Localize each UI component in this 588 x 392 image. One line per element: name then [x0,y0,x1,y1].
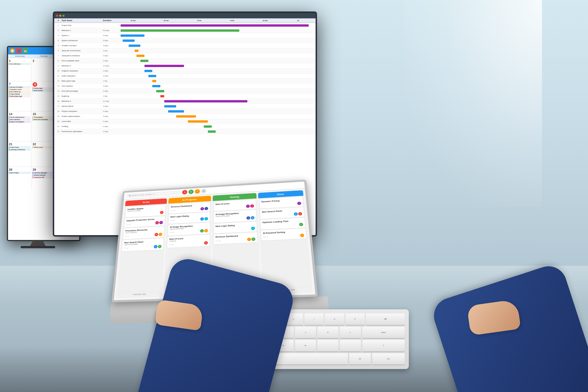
todo-add-task[interactable]: + Add New Task [117,291,161,297]
cal-event: Client Lunch [32,146,54,148]
gantt-row-10[interactable]: 10Graphics subsystem2 days [54,68,316,74]
card-promotion[interactable]: Promotion Discounts View Subtasks 31 Jul… [123,226,164,239]
gantt-bar-area [117,39,315,42]
key-i[interactable]: I [304,314,324,326]
card-revenue-t[interactable]: Revenue Dashboard 31 Jan T U [214,232,257,244]
card-ai-recognition-ip[interactable]: AI Image Recognition Approved Budget 16 … [168,222,210,236]
gantt-row-12[interactable]: 12Basic game logic1 day [54,78,316,84]
key-comma[interactable]: , [317,340,338,352]
key-p[interactable]: P [346,314,365,326]
cal-day-22[interactable]: 22 Client Lunch [32,142,55,167]
gantt-row-7[interactable]: 7Subsystems interfaces2 days [54,53,316,58]
card-login-dialog-t[interactable]: New Login Dialog S [214,222,257,233]
gantt-row-20[interactable]: 20Level editor5 days [54,119,316,124]
gantt-row-9[interactable]: 9Milestone 210 days [54,64,316,68]
avatar: K [204,217,208,220]
avatar-icon-2[interactable]: B [188,190,194,194]
gantt-row-2[interactable]: 2Milestone 165 days [54,28,316,33]
gantt-row-num: 11 [55,75,62,77]
card-dynamic-pricing[interactable]: Dynamic Pricing V [260,197,303,208]
gantt-row-3[interactable]: 3System 19 days [54,33,316,38]
gantt-row-13[interactable]: 13User interface2 days [54,84,316,89]
gantt-row-21[interactable]: 21Profiling2 days [54,124,316,129]
gantt-row-6[interactable]: 6Setup dev environment1 day [54,48,316,53]
gantt-row-18[interactable]: 18Physics subsystem4 days [54,109,316,114]
card-installer-update[interactable]: Installer Update Approved Budget A [125,205,166,218]
card-ui-icons-ip[interactable]: New UI Icons Ongoing 31 Jan N [167,235,210,248]
gantt-row-22[interactable]: 22Performance optimization2 days [54,129,316,134]
gantt-row-duration: 2 days [103,85,117,87]
card-loading-time[interactable]: Optimize Loading Time Y [260,218,305,230]
key-k[interactable]: K [317,327,338,339]
card-ui-icons-t[interactable]: New UI Icons O P [214,200,256,211]
gantt-row-17[interactable]: 17Special effects3 days [54,104,316,109]
gantt-row-14[interactable]: 14First client prototype2 days [54,89,316,94]
card-footer: 31 Jan B C [126,221,163,226]
cal-monitor-base [21,246,55,248]
cal-day-15[interactable]: 15 Presentation New QA Lead Meet [32,112,55,141]
gantt-row-16[interactable]: 16Milestone 321 days [54,99,316,104]
clear-search-icon[interactable]: ✕ [152,193,154,195]
card-search-panel-done[interactable]: New Search Panel W X [260,207,304,219]
cal-event: New Project [9,172,30,174]
key-bksp[interactable]: ⌫ [366,314,405,326]
card-ai-recognition-t[interactable]: AI Image Recognition Approved Budget Q R [214,210,256,223]
card-upgrade-server[interactable]: Upgrade Production Server 31 Jan B C [124,216,165,228]
gantt-row-num: 13 [55,85,62,87]
card-ai-keyword[interactable]: AI Keyword Sorting 30 Jul Z [261,228,306,241]
cal-day-2[interactable]: 2 [32,58,55,81]
gantt-bar [144,65,184,67]
cal-day-29[interactable]: 29 Interview Manager Weekly Meeting Outs… [32,167,55,190]
gantt-row-15[interactable]: 15Bugfixing1 day [54,94,316,99]
card-date: 31 Jan [126,224,131,225]
gantt-bar-area [117,29,315,32]
key-o[interactable]: O [325,314,344,326]
kanban-col-todo: To Do Installer Update Approved Budget A [116,198,167,298]
cal-day-1[interactable]: 1 New Milestone [8,58,32,81]
avatar: C [159,221,163,224]
gantt-row-5[interactable]: 5Creation of project3 days [54,43,316,48]
gantt-row-4[interactable]: 4System architecture3 days [54,38,316,43]
cal-day-21[interactable]: 21 Order Prints Learning Conference [8,142,32,167]
avatar: J [200,217,204,221]
gantt-row-num: 7 [55,55,62,57]
avatar: A [160,211,164,214]
day-wed: Wednesday [8,54,32,58]
key-m[interactable]: M [295,340,316,352]
gantt-row-duration: 2 days [103,90,117,92]
avatar-icon-1[interactable]: A [182,190,188,195]
key-l[interactable]: L [340,327,361,339]
gantt-row-1[interactable]: 1Project Plan [54,23,316,28]
card-search-panel[interactable]: New Search Panel Approved Budget 12 Jan … [122,238,164,252]
gantt-row-19[interactable]: 19Scripts implementation5 days [54,114,316,119]
done-cards: Dynamic Pricing V New Search Panel [258,196,312,287]
gantt-row-num: 8 [55,60,62,62]
key-period[interactable]: . [340,340,361,352]
gantt-row-num: 10 [55,70,62,72]
cal-day-7[interactable]: 7 Service Providers Investors Lunch Dev … [8,81,32,111]
gantt-row-num: 9 [55,65,62,67]
cal-day-28[interactable]: 28 New Project [8,167,32,190]
avatar: B [155,221,159,224]
gantt-row-duration: 2 days [103,126,117,128]
card-date: 12 Jan [124,247,129,249]
key-j[interactable]: J [295,327,316,339]
key-enter[interactable]: Enter [362,327,405,339]
gantt-row-duration: 2 days [103,130,117,132]
cal-day-8[interactable]: 8 Dentist Appt Beta Review [32,81,55,111]
gantt-header: # Task Name Duration 19 Jan 26 Jan 2 Feb… [54,18,316,23]
gantt-bar-area [117,34,315,38]
card-login-dialog-ip[interactable]: New Login Dialog 12 Jun J K [168,212,210,224]
filter-icon[interactable]: ⚙ [201,189,206,194]
cal-day-14[interactable]: 14 Server Maintenance New Interface Expe… [8,112,32,141]
avatar-icon-3[interactable]: C [195,189,200,194]
key-alt-right[interactable]: Alt [349,353,371,365]
gantt-date-5: 16 Feb [249,20,282,21]
gantt-row-11[interactable]: 11Audio subsystem2 days [54,74,316,78]
gantt-bar-area [117,130,315,134]
key-shift[interactable]: ⇧ [362,340,405,352]
card-revenue-dashboard[interactable]: Revenue Dashboard 12 Jun H I [169,202,210,214]
gantt-row-8[interactable]: 8First compilable client2 days [54,58,316,64]
key-ctrl-right[interactable]: Ctrl [372,353,405,365]
calendar-icon-btn[interactable]: 📅 [23,48,28,53]
